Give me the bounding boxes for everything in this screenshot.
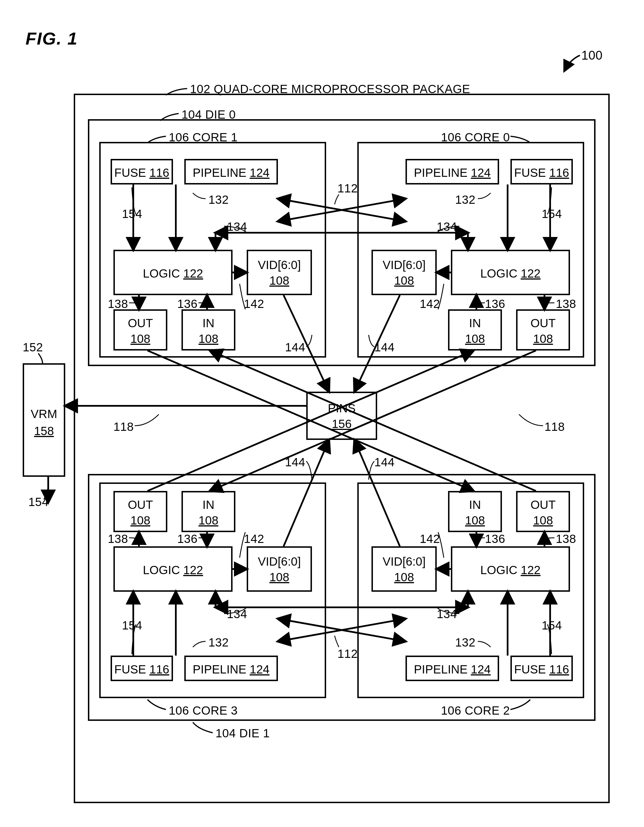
c2-pipe-name: PIPELINE [414, 663, 468, 676]
ref-142d: 142 [420, 532, 440, 546]
c3-pipe-num: 124 [250, 663, 269, 676]
c1-fuse: FUSE 116 [110, 159, 173, 184]
c0-in-name: IN [450, 317, 501, 330]
vrm-num: 158 [24, 424, 64, 438]
c0-out-num: 108 [518, 332, 569, 346]
ref-112a: 112 [338, 182, 358, 195]
c0-in-num: 108 [450, 332, 501, 346]
c2-in-num: 108 [450, 514, 501, 527]
ref-154d: 154 [541, 619, 562, 632]
ref-144b: 144 [374, 340, 395, 354]
c2-fuse-name: FUSE [514, 663, 546, 676]
ref-118a: 118 [114, 420, 134, 434]
ref-136d: 136 [485, 532, 506, 546]
core2-label: 106 CORE 2 [441, 704, 510, 718]
c0-out-name: OUT [518, 317, 569, 330]
ref-138a: 138 [108, 297, 128, 311]
c3-in: IN 108 [182, 491, 235, 532]
c2-out-num: 108 [518, 514, 569, 527]
ref-138d: 138 [556, 532, 576, 546]
c3-out-num: 108 [115, 514, 166, 527]
ref-134c: 134 [227, 607, 247, 621]
ref-138c: 138 [108, 532, 128, 546]
c3-vid-name: VID[6:0] [248, 555, 311, 568]
c1-out-num: 108 [115, 332, 166, 346]
ref-142b: 142 [420, 297, 440, 311]
ref-154e: 154 [28, 495, 49, 509]
c1-vid-name: VID[6:0] [248, 258, 311, 272]
c3-pipe-name: PIPELINE [193, 663, 246, 676]
c2-out: OUT 108 [516, 491, 570, 532]
c3-fuse-num: 116 [149, 663, 169, 676]
c1-logic-name: LOGIC [143, 267, 180, 280]
c1-pipeline: PIPELINE 124 [184, 159, 278, 184]
c3-vid: VID[6:0] 108 [247, 546, 312, 592]
ref-134b: 134 [437, 220, 457, 234]
c3-in-num: 108 [183, 514, 234, 527]
ref-132c: 132 [208, 636, 229, 649]
ref-134a: 134 [227, 220, 247, 234]
c1-vid: VID[6:0] 108 [247, 250, 312, 295]
pins-num: 156 [308, 417, 376, 431]
c2-logic-num: 122 [521, 563, 540, 577]
c1-in-name: IN [183, 317, 234, 330]
ref-132b: 132 [455, 193, 476, 207]
c0-pipeline: PIPELINE 124 [406, 159, 499, 184]
c1-in: IN 108 [182, 309, 235, 351]
c0-logic: LOGIC 122 [451, 250, 570, 295]
ref-134d: 134 [437, 607, 457, 621]
ref-152: 152 [23, 340, 43, 354]
c0-fuse: FUSE 116 [510, 159, 573, 184]
c3-logic-num: 122 [183, 563, 203, 577]
c0-logic-name: LOGIC [481, 267, 518, 280]
vrm-box: VRM 158 [23, 363, 65, 477]
ref-112b: 112 [338, 647, 358, 661]
ref-136a: 136 [177, 297, 198, 311]
c3-out-name: OUT [115, 498, 166, 512]
c2-pipe-num: 124 [471, 663, 491, 676]
c0-vid: VID[6:0] 108 [372, 250, 437, 295]
c1-logic: LOGIC 122 [114, 250, 233, 295]
ref-136c: 136 [177, 532, 198, 546]
ref-132d: 132 [455, 636, 476, 649]
c1-pipe-num: 124 [250, 166, 269, 179]
package-label: 102 QUAD-CORE MICROPROCESSOR PACKAGE [190, 82, 470, 96]
c0-vid-name: VID[6:0] [373, 258, 435, 272]
c2-vid-num: 108 [373, 570, 435, 584]
ref-144a: 144 [285, 340, 305, 354]
c3-logic-name: LOGIC [143, 563, 180, 577]
ref-142a: 142 [244, 297, 264, 311]
c3-fuse: FUSE 116 [110, 655, 173, 681]
c2-logic-name: LOGIC [481, 563, 518, 577]
c0-in: IN 108 [448, 309, 502, 351]
c0-pipe-name: PIPELINE [414, 166, 468, 179]
core3-label: 106 CORE 3 [169, 704, 238, 718]
c1-logic-num: 122 [183, 267, 203, 280]
c0-fuse-num: 116 [549, 166, 569, 179]
vrm-name: VRM [24, 407, 64, 421]
c3-fuse-name: FUSE [114, 663, 146, 676]
c2-vid: VID[6:0] 108 [372, 546, 437, 592]
ref-132a: 132 [208, 193, 229, 207]
core1-label: 106 CORE 1 [169, 131, 238, 144]
ref-142c: 142 [244, 532, 264, 546]
ref-154c: 154 [122, 619, 142, 632]
c1-fuse-num: 116 [149, 166, 169, 179]
c1-in-num: 108 [183, 332, 234, 346]
ref-118b: 118 [544, 420, 565, 434]
ref-154a: 154 [122, 207, 142, 221]
c3-in-name: IN [183, 498, 234, 512]
ref-154b: 154 [541, 207, 562, 221]
c1-out-name: OUT [115, 317, 166, 330]
c2-fuse-num: 116 [549, 663, 569, 676]
pins-box: PINS 156 [306, 392, 377, 440]
figure-title: FIG. 1 [25, 28, 78, 48]
c2-vid-name: VID[6:0] [373, 555, 435, 568]
c0-logic-num: 122 [521, 267, 540, 280]
c3-vid-num: 108 [248, 570, 311, 584]
c3-logic: LOGIC 122 [114, 546, 233, 592]
c0-out: OUT 108 [516, 309, 570, 351]
c0-vid-num: 108 [373, 274, 435, 287]
c1-vid-num: 108 [248, 274, 311, 287]
c3-pipeline: PIPELINE 124 [184, 655, 278, 681]
